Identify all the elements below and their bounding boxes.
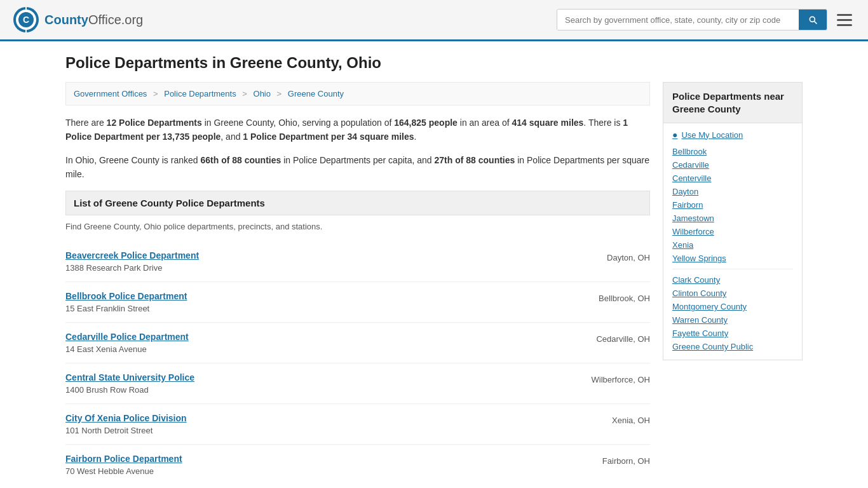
dept-city: Dayton, OH	[607, 250, 650, 262]
dept-address: 101 North Detroit Street	[65, 426, 187, 435]
sidebar-city-link[interactable]: Bellbrook	[672, 145, 793, 158]
sidebar-county-link[interactable]: Clinton County	[672, 287, 793, 300]
menu-line	[837, 14, 852, 16]
dept-city: Bellbrook, OH	[599, 291, 650, 303]
dept-row: Bellbrook Police Department 15 East Fran…	[65, 291, 650, 313]
use-location-label: Use My Location	[681, 130, 743, 140]
sidebar-county-link[interactable]: Fayette County	[672, 327, 793, 340]
header-right	[557, 9, 855, 30]
department-list: Beavercreek Police Department 1388 Resea…	[65, 241, 650, 485]
sidebar-heading: Police Departments near Greene County	[663, 83, 802, 123]
header: C CountyOffice.org	[0, 0, 868, 41]
page-title: Police Departments in Greene County, Ohi…	[65, 54, 803, 72]
dept-name[interactable]: Fairborn Police Department	[65, 454, 182, 464]
svg-text:C: C	[23, 15, 29, 25]
sidebar-city-link[interactable]: Cedarville	[672, 158, 793, 172]
search-button[interactable]	[799, 10, 827, 30]
search-bar	[557, 9, 827, 30]
department-item: Fairborn Police Department 70 West Hebbl…	[65, 445, 650, 485]
dept-city: Fairborn, OH	[602, 454, 650, 466]
sidebar-divider	[672, 269, 793, 269]
dept-name[interactable]: Bellbrook Police Department	[65, 291, 187, 301]
dept-city: Xenia, OH	[612, 413, 650, 425]
main-column: Government Offices > Police Departments …	[65, 82, 650, 485]
logo-text: CountyOffice.org	[44, 13, 143, 27]
sidebar-column: Police Departments near Greene County ● …	[663, 82, 803, 360]
dept-info: Beavercreek Police Department 1388 Resea…	[65, 250, 199, 273]
breadcrumb-separator: >	[242, 89, 247, 98]
breadcrumb-separator: >	[277, 89, 282, 98]
department-item: Bellbrook Police Department 15 East Fran…	[65, 282, 650, 323]
dept-row: Central State University Police 1400 Bru…	[65, 372, 650, 395]
sidebar-city-link[interactable]: Centerville	[672, 172, 793, 185]
breadcrumb: Government Offices > Police Departments …	[65, 82, 650, 105]
dept-city: Wilberforce, OH	[592, 372, 650, 384]
sidebar-city-link[interactable]: Jamestown	[672, 212, 793, 225]
department-item: Beavercreek Police Department 1388 Resea…	[65, 241, 650, 282]
dept-row: Beavercreek Police Department 1388 Resea…	[65, 250, 650, 273]
search-icon	[808, 15, 818, 25]
dept-address: 15 East Franklin Street	[65, 304, 187, 313]
breadcrumb-link-government-offices[interactable]: Government Offices	[74, 89, 147, 98]
menu-line	[837, 24, 852, 26]
breadcrumb-link-police-departments[interactable]: Police Departments	[164, 89, 236, 98]
breadcrumb-separator: >	[153, 89, 158, 98]
dept-info: Bellbrook Police Department 15 East Fran…	[65, 291, 187, 313]
layout: Government Offices > Police Departments …	[65, 82, 803, 485]
sidebar-body: ● Use My Location BellbrookCedarvilleCen…	[663, 123, 802, 360]
sidebar-cities: BellbrookCedarvilleCentervilleDaytonFair…	[672, 145, 793, 265]
dept-address: 1400 Brush Row Road	[65, 385, 194, 395]
menu-line	[837, 19, 852, 21]
breadcrumb-link-greene-county[interactable]: Greene County	[288, 89, 344, 98]
sidebar-city-link[interactable]: Wilberforce	[672, 225, 793, 238]
dept-row: Fairborn Police Department 70 West Hebbl…	[65, 454, 650, 476]
dept-name[interactable]: Beavercreek Police Department	[65, 250, 199, 261]
sidebar-county-link[interactable]: Clark County	[672, 273, 793, 287]
sidebar-county-link[interactable]: Montgomery County	[672, 300, 793, 313]
sidebar-city-link[interactable]: Fairborn	[672, 198, 793, 212]
sidebar-city-link[interactable]: Dayton	[672, 185, 793, 198]
sidebar-box: Police Departments near Greene County ● …	[663, 82, 803, 360]
dept-name[interactable]: Central State University Police	[65, 372, 194, 383]
dept-address: 70 West Hebble Avenue	[65, 466, 182, 476]
sidebar-county-link[interactable]: Warren County	[672, 313, 793, 327]
logo-area: C CountyOffice.org	[13, 6, 143, 33]
dept-row: Cedarville Police Department 14 East Xen…	[65, 332, 650, 354]
sidebar-city-link[interactable]: Xenia	[672, 238, 793, 252]
dept-info: City Of Xenia Police Division 101 North …	[65, 413, 187, 435]
description-paragraph-1: There are 12 Police Departments in Green…	[65, 116, 650, 144]
logo-icon: C	[13, 6, 39, 33]
dept-address: 1388 Research Park Drive	[65, 263, 199, 273]
department-item: Cedarville Police Department 14 East Xen…	[65, 323, 650, 363]
breadcrumb-link-ohio[interactable]: Ohio	[254, 89, 271, 98]
dept-row: City Of Xenia Police Division 101 North …	[65, 413, 650, 435]
dept-name[interactable]: Cedarville Police Department	[65, 332, 189, 342]
location-icon: ●	[672, 130, 677, 140]
dept-info: Fairborn Police Department 70 West Hebbl…	[65, 454, 182, 476]
list-section-subtext: Find Greene County, Ohio police departme…	[65, 222, 650, 231]
department-item: City Of Xenia Police Division 101 North …	[65, 404, 650, 445]
dept-info: Central State University Police 1400 Bru…	[65, 372, 194, 395]
department-item: Central State University Police 1400 Bru…	[65, 363, 650, 404]
page-content: Police Departments in Greene County, Ohi…	[53, 41, 815, 488]
use-location-link[interactable]: ● Use My Location	[672, 130, 793, 140]
dept-info: Cedarville Police Department 14 East Xen…	[65, 332, 189, 354]
dept-name[interactable]: City Of Xenia Police Division	[65, 413, 187, 423]
list-section-heading: List of Greene County Police Departments	[65, 191, 650, 215]
dept-city: Cedarville, OH	[596, 332, 650, 344]
sidebar-city-link[interactable]: Yellow Springs	[672, 252, 793, 265]
sidebar-counties: Clark CountyClinton CountyMontgomery Cou…	[672, 273, 793, 353]
dept-address: 14 East Xenia Avenue	[65, 344, 189, 354]
description-paragraph-2: In Ohio, Greene County is ranked 66th of…	[65, 153, 650, 182]
sidebar-extra-link[interactable]: Greene County Public	[672, 340, 793, 353]
search-input[interactable]	[557, 10, 799, 30]
hamburger-menu-button[interactable]	[834, 11, 855, 29]
